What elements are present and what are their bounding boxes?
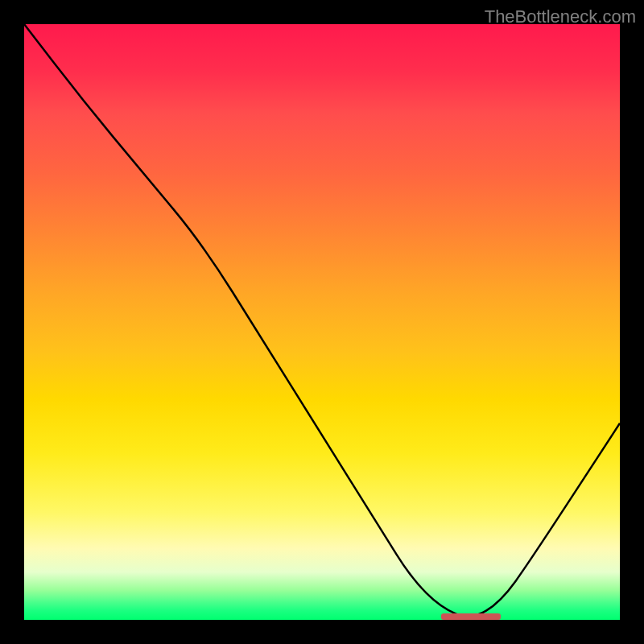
- chart-plot-area: [24, 24, 620, 620]
- watermark-text: TheBottleneck.com: [485, 6, 636, 27]
- optimal-range-marker: [441, 613, 501, 620]
- curve-path: [24, 24, 620, 617]
- bottleneck-curve-svg: [24, 24, 620, 620]
